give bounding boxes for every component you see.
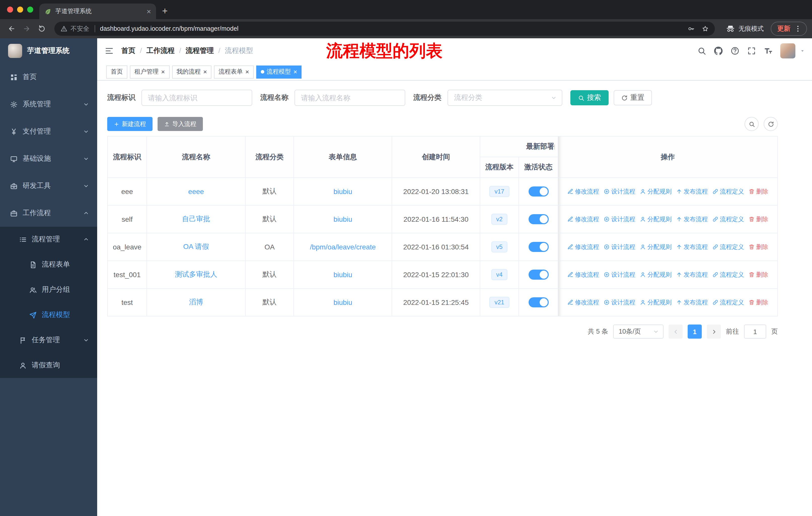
import-process-button[interactable]: 导入流程 <box>157 117 203 131</box>
action-definition-link[interactable]: 流程定义 <box>712 215 744 223</box>
sidebar-item-system-management[interactable]: 系统管理 <box>0 91 97 118</box>
action-edit-link[interactable]: 修改流程 <box>567 215 599 223</box>
close-icon[interactable]: × <box>203 69 207 75</box>
action-publish-link[interactable]: 发布流程 <box>676 215 708 223</box>
action-edit-link[interactable]: 修改流程 <box>567 187 599 196</box>
sidebar-item-user-group[interactable]: 用户分组 <box>0 277 97 302</box>
hamburger-icon[interactable] <box>97 46 121 55</box>
action-assign-link[interactable]: 分配规则 <box>640 298 671 307</box>
action-definition-link[interactable]: 流程定义 <box>712 187 744 196</box>
fullscreen-icon[interactable] <box>747 46 756 55</box>
font-size-icon[interactable] <box>764 46 773 55</box>
form-info-link[interactable]: biubiu <box>334 271 352 279</box>
process-name-link[interactable]: 滔博 <box>189 298 203 306</box>
category-select[interactable]: 流程分类 <box>447 90 562 106</box>
sidebar-item-process-management[interactable]: 流程管理 <box>0 227 97 252</box>
new-tab-button[interactable]: + <box>162 6 168 16</box>
help-icon[interactable] <box>730 46 740 55</box>
refresh-table-button[interactable] <box>764 117 778 131</box>
process-name-link[interactable]: eeee <box>188 187 204 195</box>
forward-icon[interactable] <box>20 22 33 35</box>
address-bar[interactable]: 不安全 dashboard.yudao.iocoder.cn/bpm/manag… <box>54 22 715 36</box>
action-assign-link[interactable]: 分配规则 <box>640 270 671 279</box>
sidebar-item-process-model[interactable]: 流程模型 <box>0 302 97 328</box>
close-icon[interactable]: × <box>245 69 249 75</box>
goto-page-input[interactable] <box>744 325 766 338</box>
search-button[interactable]: 搜索 <box>570 90 609 105</box>
close-icon[interactable]: × <box>293 69 297 75</box>
action-publish-link[interactable]: 发布流程 <box>676 243 708 251</box>
user-avatar[interactable] <box>780 43 795 58</box>
active-toggle[interactable] <box>528 270 548 280</box>
github-icon[interactable] <box>714 46 723 55</box>
search-icon[interactable] <box>697 46 706 55</box>
action-publish-link[interactable]: 发布流程 <box>676 298 708 307</box>
back-icon[interactable] <box>5 22 18 35</box>
window-zoom-button[interactable] <box>27 6 33 12</box>
form-info-link[interactable]: /bpm/oa/leave/create <box>310 243 376 251</box>
action-edit-link[interactable]: 修改流程 <box>567 270 599 279</box>
action-publish-link[interactable]: 发布流程 <box>676 270 708 279</box>
form-info-link[interactable]: biubiu <box>334 187 352 195</box>
page-number-button[interactable]: 1 <box>688 325 702 338</box>
action-assign-link[interactable]: 分配规则 <box>640 215 671 223</box>
tags-view-item[interactable]: 首页 <box>106 65 127 78</box>
window-minimize-button[interactable] <box>17 6 23 12</box>
create-process-button[interactable]: 新建流程 <box>107 117 152 131</box>
active-toggle[interactable] <box>528 297 548 307</box>
action-delete-link[interactable]: 删除 <box>749 187 768 196</box>
reset-button[interactable]: 重置 <box>614 90 652 105</box>
sidebar-item-payment-management[interactable]: 支付管理 <box>0 118 97 145</box>
tags-view-item[interactable]: 租户管理× <box>130 65 169 78</box>
sidebar-item-task-management[interactable]: 任务管理 <box>0 328 97 353</box>
tab-close-icon[interactable]: × <box>146 7 151 15</box>
action-delete-link[interactable]: 删除 <box>749 270 768 279</box>
browser-menu-button[interactable]: 更新 <box>771 22 807 36</box>
toggle-search-button[interactable] <box>745 117 759 131</box>
action-edit-link[interactable]: 修改流程 <box>567 243 599 251</box>
process-name-link[interactable]: 测试多审批人 <box>175 270 217 278</box>
action-assign-link[interactable]: 分配规则 <box>640 243 671 251</box>
sidebar-item-dev-tools[interactable]: 研发工具 <box>0 172 97 199</box>
action-publish-link[interactable]: 发布流程 <box>676 187 708 196</box>
action-delete-link[interactable]: 删除 <box>749 215 768 223</box>
reload-icon[interactable] <box>35 22 48 35</box>
browser-tab[interactable]: 芋道管理系统 × <box>39 3 156 19</box>
close-icon[interactable]: × <box>161 69 165 75</box>
breadcrumb-item[interactable]: 首页 <box>121 46 146 55</box>
bookmark-star-icon[interactable] <box>702 25 709 32</box>
action-design-link[interactable]: 设计流程 <box>604 215 635 223</box>
sidebar-item-workflow[interactable]: 工作流程 <box>0 199 97 227</box>
active-toggle[interactable] <box>528 242 548 252</box>
active-toggle[interactable] <box>528 214 548 224</box>
active-toggle[interactable] <box>528 186 548 196</box>
tags-view-item[interactable]: 流程模型× <box>256 65 302 78</box>
key-icon[interactable] <box>688 25 695 32</box>
action-edit-link[interactable]: 修改流程 <box>567 298 599 307</box>
action-design-link[interactable]: 设计流程 <box>604 187 635 196</box>
tags-view-item[interactable]: 流程表单× <box>214 65 254 78</box>
action-design-link[interactable]: 设计流程 <box>604 298 635 307</box>
prev-page-button[interactable] <box>669 325 683 338</box>
action-assign-link[interactable]: 分配规则 <box>640 187 671 196</box>
action-design-link[interactable]: 设计流程 <box>604 243 635 251</box>
action-definition-link[interactable]: 流程定义 <box>712 298 744 307</box>
breadcrumb-item[interactable]: 流程管理 <box>186 46 225 55</box>
window-close-button[interactable] <box>7 6 13 12</box>
process-name-link[interactable]: 自己审批 <box>182 215 210 223</box>
page-size-select[interactable]: 10条/页 <box>613 325 664 338</box>
action-delete-link[interactable]: 删除 <box>749 243 768 251</box>
action-delete-link[interactable]: 删除 <box>749 298 768 307</box>
sidebar-item-home[interactable]: 首页 <box>0 63 97 91</box>
sidebar-item-leave-query[interactable]: 请假查询 <box>0 353 97 378</box>
sidebar-item-process-form[interactable]: 流程表单 <box>0 252 97 277</box>
process-name-input[interactable] <box>294 90 405 106</box>
breadcrumb-item[interactable]: 工作流程 <box>146 46 186 55</box>
form-info-link[interactable]: biubiu <box>334 215 352 223</box>
next-page-button[interactable] <box>707 325 721 338</box>
action-design-link[interactable]: 设计流程 <box>604 270 635 279</box>
action-definition-link[interactable]: 流程定义 <box>712 243 744 251</box>
form-info-link[interactable]: biubiu <box>334 298 352 306</box>
process-name-link[interactable]: OA 请假 <box>183 242 209 250</box>
action-definition-link[interactable]: 流程定义 <box>712 270 744 279</box>
